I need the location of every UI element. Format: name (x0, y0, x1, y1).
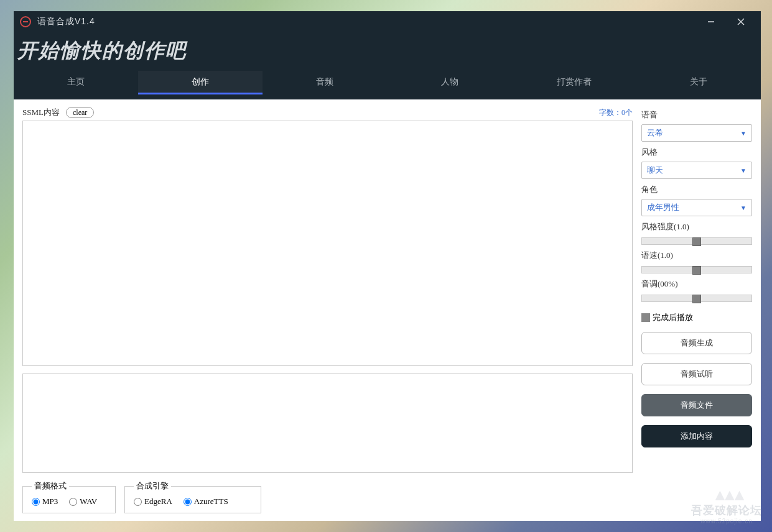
close-button[interactable] (726, 11, 756, 32)
tab-character[interactable]: 人物 (388, 71, 512, 94)
speed-label: 语速(1.0) (641, 250, 752, 261)
header: 开始愉快的创作吧 主页 创作 音频 人物 打赏作者 关于 (14, 32, 761, 99)
app-window: 语音合成V1.4 开始愉快的创作吧 主页 创作 音频 人物 打赏作者 关于 SS… (14, 11, 761, 521)
minimize-button[interactable] (696, 11, 726, 32)
right-panel: 语音 云希 ▼ 风格 聊天 ▼ 角色 成年男性 ▼ 风格强度(1.0) 语速(1… (641, 107, 752, 513)
ssml-label: SSML内容 (22, 107, 60, 118)
preview-button[interactable]: 音频试听 (641, 363, 752, 385)
radio-edgera[interactable]: EdgeRA (134, 497, 172, 507)
tab-create[interactable]: 创作 (138, 71, 263, 94)
radio-wav-input[interactable] (69, 498, 77, 506)
radio-mp3-input[interactable] (32, 498, 40, 506)
clear-button[interactable]: clear (66, 107, 94, 118)
ssml-textarea[interactable] (22, 121, 633, 366)
tagline: 开始愉快的创作吧 (14, 32, 761, 71)
chevron-down-icon: ▼ (740, 167, 746, 174)
tabs: 主页 创作 音频 人物 打赏作者 关于 (14, 71, 761, 94)
play-after-checkbox[interactable] (641, 313, 650, 322)
style-select[interactable]: 聊天 ▼ (641, 162, 752, 179)
voice-label: 语音 (641, 109, 752, 121)
audio-format-group: 音频格式 MP3 WAV (22, 480, 116, 513)
word-count: 字数：0个 (599, 108, 633, 118)
voice-select[interactable]: 云希 ▼ (641, 124, 752, 142)
tab-about[interactable]: 关于 (636, 71, 761, 94)
style-label: 风格 (641, 147, 752, 158)
audio-format-legend: 音频格式 (32, 480, 69, 492)
chevron-down-icon: ▼ (740, 204, 746, 211)
content: SSML内容 clear 字数：0个 音频格式 MP3 (14, 99, 761, 521)
play-after-label: 完成后播放 (653, 312, 693, 323)
tab-donate[interactable]: 打赏作者 (512, 71, 636, 94)
app-icon (20, 16, 31, 27)
output-textarea[interactable] (22, 374, 633, 473)
role-select[interactable]: 成年男性 ▼ (641, 199, 752, 216)
pitch-label: 音调(00%) (641, 278, 752, 290)
radio-wav[interactable]: WAV (69, 497, 97, 507)
engine-legend: 合成引擎 (134, 480, 171, 492)
engine-group: 合成引擎 EdgeRA AzureTTS (124, 480, 261, 513)
pitch-slider[interactable] (641, 295, 752, 302)
ssml-header: SSML内容 clear 字数：0个 (22, 107, 633, 118)
style-strength-label: 风格强度(1.0) (641, 221, 752, 232)
radio-edgera-input[interactable] (134, 498, 142, 506)
radio-mp3[interactable]: MP3 (32, 497, 58, 507)
radio-azuretts[interactable]: AzureTTS (184, 497, 228, 507)
add-content-button[interactable]: 添加内容 (641, 425, 752, 447)
files-button[interactable]: 音频文件 (641, 394, 752, 416)
tab-home[interactable]: 主页 (14, 71, 138, 94)
tab-audio[interactable]: 音频 (263, 71, 387, 94)
radio-azuretts-input[interactable] (184, 498, 192, 506)
titlebar: 语音合成V1.4 (14, 11, 761, 32)
window-title: 语音合成V1.4 (37, 16, 95, 27)
style-strength-slider[interactable] (641, 237, 752, 245)
chevron-down-icon: ▼ (740, 130, 746, 137)
speed-slider[interactable] (641, 266, 752, 273)
generate-button[interactable]: 音频生成 (641, 332, 752, 354)
left-column: SSML内容 clear 字数：0个 音频格式 MP3 (22, 107, 633, 513)
role-label: 角色 (641, 184, 752, 195)
bottom-options: 音频格式 MP3 WAV 合成引擎 (22, 480, 633, 513)
